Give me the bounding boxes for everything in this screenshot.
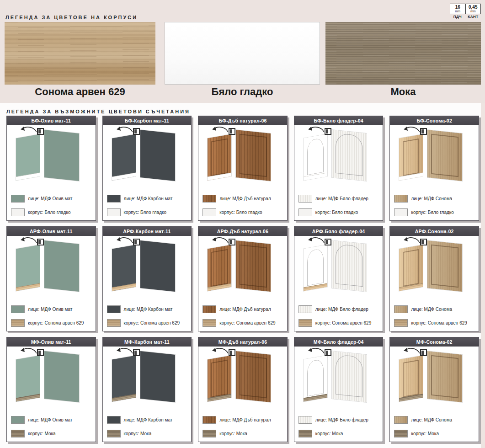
spec-thickness-unit: mm <box>451 10 465 13</box>
body-color-swatch-byalo-gladko <box>165 22 320 85</box>
door-hinge-icon <box>325 239 331 245</box>
body-swatch <box>107 208 121 216</box>
body-swatch-row: корпус: Сонома арвен 629 <box>103 317 192 328</box>
body-edge-strip <box>112 172 136 180</box>
face-swatch-row: лице: МДФ Бяло фладер <box>294 304 383 315</box>
door-open-arrow-icon <box>402 125 421 134</box>
door-panel-right <box>427 240 462 292</box>
body-swatch-row: корпус: Бяло гладко <box>390 207 479 218</box>
door-open-arrow-icon <box>210 125 229 134</box>
door-hinge-icon <box>229 128 235 135</box>
combo-card-title: БФ-Дъб натурал-06 <box>198 116 287 125</box>
body-label: корпус: Мока <box>28 431 56 436</box>
door-panel-left <box>16 355 40 401</box>
body-label: корпус: Бяло гладко <box>124 210 166 215</box>
face-swatch <box>394 195 408 203</box>
combo-card-title: МФ-Дъб натурал-06 <box>198 337 287 347</box>
door-open-arrow-icon <box>402 236 421 245</box>
door-panel-right <box>236 130 271 181</box>
face-label: лице: МДФ Бяло фладер <box>315 417 368 422</box>
face-swatch <box>203 416 216 424</box>
body-edge-strip <box>16 172 40 180</box>
face-swatch-row: лице: МДФ Карбон мат <box>103 304 192 315</box>
body-label: корпус: Мока <box>315 431 343 436</box>
door-panel-left <box>208 134 231 180</box>
door-inner-frame <box>431 245 458 288</box>
body-swatch-row: корпус: Мока <box>198 428 287 439</box>
page-right-strip <box>481 103 485 448</box>
combo-card: АРФ-Олив мат-11 лице: МДФ Олив мат корпу… <box>6 226 96 331</box>
spec-edge-value: 0,45 <box>466 5 480 10</box>
body-swatch <box>11 208 25 216</box>
body-color-name-sonoma-arven: Сонома арвен 629 <box>5 86 155 98</box>
body-label: корпус: Сонома арвен 629 <box>315 320 371 325</box>
body-label: корпус: Мока <box>124 431 152 436</box>
body-label: корпус: Мока <box>219 431 247 436</box>
door-inner-frame <box>211 360 228 397</box>
door-hinge-icon <box>325 349 331 356</box>
face-swatch-row: лице: МДФ Сонома <box>390 414 479 425</box>
face-label: лице: МДФ Карбон мат <box>124 307 173 312</box>
body-swatch <box>394 208 408 216</box>
door-inner-frame <box>336 244 363 287</box>
face-label: лице: МДФ Бяло фладер <box>315 307 368 312</box>
body-swatch <box>203 208 216 216</box>
combo-card: МФ-Олив мат-11 лице: МДФ Олив мат корпус… <box>6 337 96 442</box>
body-edge-strip <box>16 283 40 291</box>
door-inner-frame <box>307 248 324 286</box>
door-illustration <box>7 236 96 304</box>
body-swatch <box>107 430 121 437</box>
face-swatch-row: лице: МДФ Карбон мат <box>103 414 192 425</box>
door-illustration <box>294 347 383 414</box>
combo-card: МФ-Бяло фладер-04 лице: МДФ Бяло фладер … <box>294 337 384 442</box>
door-panel-left <box>399 355 423 401</box>
body-swatch <box>394 319 408 327</box>
door-illustration <box>103 125 192 193</box>
door-inner-frame <box>403 249 419 287</box>
door-panel-right <box>140 130 175 181</box>
body-swatch-row: корпус: Сонома арвен 629 <box>7 317 96 328</box>
door-panel-right <box>332 130 367 181</box>
door-panel-right <box>140 351 175 402</box>
face-label: лице: МДФ Карбон мат <box>124 417 173 422</box>
body-label: корпус: Мока <box>411 431 439 436</box>
door-panel-left <box>399 245 423 291</box>
face-swatch-row: лице: МДФ Бяло фладер <box>294 414 383 425</box>
door-open-arrow-icon <box>306 125 325 134</box>
door-hinge-icon <box>37 239 44 245</box>
door-hinge-icon <box>420 349 427 356</box>
spec-label-pdch: ПДЧ <box>450 14 465 19</box>
spec-thickness: 16 mm <box>450 4 465 14</box>
door-panel-left <box>112 245 136 291</box>
combo-card: АРФ-Карбон мат-11 лице: МДФ Карбон мат к… <box>102 226 192 331</box>
combinations-legend-title: ЛЕГЕНДА ЗА ВЪЗМОЖНИТЕ ЦВЕТОВИ СЪЧЕТАНИЯ <box>6 109 190 114</box>
combo-card-title: БФ-Карбон мат-11 <box>103 116 192 125</box>
spec-labels: ПДЧ КАНТ <box>450 14 481 19</box>
combo-card: АРФ-Бяло фладер-04 лице: МДФ Бяло фладер… <box>294 226 384 331</box>
door-open-arrow-icon <box>19 236 38 245</box>
body-swatch-row: корпус: Бяло гладко <box>7 207 96 218</box>
face-swatch <box>298 416 312 424</box>
body-swatch <box>107 319 121 327</box>
face-swatch-row: лице: МДФ Олив мат <box>7 414 96 425</box>
body-swatch-row: корпус: Мока <box>294 428 383 439</box>
face-swatch-row: лице: МДФ Сонома <box>390 304 479 315</box>
door-panel-right <box>236 240 271 292</box>
combo-card-title: МФ-Сонома-02 <box>390 337 479 347</box>
face-label: лице: МДФ Дъб натурал <box>219 307 271 312</box>
door-panel-right <box>236 351 271 402</box>
door-open-arrow-icon <box>306 347 325 356</box>
door-panel-left <box>208 245 231 291</box>
body-colors-legend-title: ЛЕГЕНДА ЗА ЦВЕТОВЕ НА КОРПУСИ <box>5 15 138 20</box>
body-color-swatch-moka <box>325 22 481 85</box>
face-swatch <box>11 195 25 203</box>
face-swatch-row: лице: МДФ Карбон мат <box>103 193 192 204</box>
face-swatch <box>203 305 216 313</box>
door-panel-right <box>427 130 462 181</box>
door-hinge-icon <box>133 349 140 356</box>
door-illustration <box>198 125 287 193</box>
face-label: лице: МДФ Дъб натурал <box>219 196 271 201</box>
body-swatch <box>298 430 312 437</box>
door-illustration <box>198 236 287 304</box>
body-swatch <box>394 430 408 437</box>
